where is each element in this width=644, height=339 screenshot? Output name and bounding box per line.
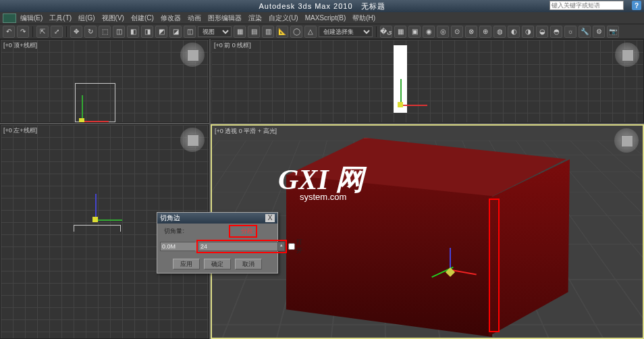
menu-edit[interactable]: 编辑(E)	[18, 14, 45, 23]
chamfer-amount-spinner[interactable]: ▴	[160, 242, 195, 251]
selectionset-select[interactable]: 创建选择集	[319, 26, 373, 37]
close-icon[interactable]: X	[265, 214, 275, 222]
selected-edge-highlight	[489, 199, 500, 332]
select-icon[interactable]: ✥	[70, 26, 82, 38]
tool-icon[interactable]: ⊙	[451, 26, 463, 38]
tool-icon[interactable]: ◒	[536, 26, 548, 38]
menu-anim[interactable]: 动画	[185, 14, 204, 23]
tool-icon[interactable]: ▦	[394, 26, 406, 38]
menu-view[interactable]: 视图(V)	[99, 14, 127, 23]
tool-icon[interactable]: ◑	[522, 26, 534, 38]
tool-icon[interactable]: ⊗	[465, 26, 477, 38]
viewcube-icon[interactable]	[180, 128, 205, 152]
scale-icon[interactable]: ◫	[113, 26, 125, 38]
transform-gizmo[interactable]	[82, 192, 122, 233]
menu-help[interactable]: 帮助(H)	[350, 14, 378, 23]
tool-icon[interactable]: △	[304, 26, 317, 38]
menu-modifier[interactable]: 修改器	[158, 14, 184, 23]
tool-icon[interactable]: 📐	[276, 26, 288, 38]
tool-icon[interactable]: ⚙	[593, 26, 605, 38]
tool-icon[interactable]: ◪	[169, 26, 182, 38]
open-checkbox[interactable]: 打开	[288, 238, 302, 255]
apply-button[interactable]: 应用	[173, 259, 200, 269]
app-icon[interactable]	[3, 14, 16, 23]
viewport-top[interactable]: [+0 顶+线框]	[0, 39, 209, 123]
redo-icon[interactable]: ↷	[17, 26, 29, 38]
viewport-container: [+0 顶+线框] [+0 前 0 线框] [+0 左+线框] [+0 透视 0…	[0, 39, 644, 339]
main-toolbar: ↶ ↷ ⇱ ⤢ ✥ ↻ ⬚ ◫ ◧ ◨ ◩ ◪ ◫ 视图 ▦ ▤ ▥ 📐 ◯ △…	[0, 24, 644, 39]
tool-icon[interactable]: ◉	[423, 26, 435, 38]
unlink-icon[interactable]: ⤢	[51, 26, 63, 38]
viewport-label[interactable]: [+0 顶+线框]	[3, 41, 37, 50]
viewcube-icon[interactable]	[614, 128, 639, 153]
help-icon[interactable]: ?	[632, 1, 641, 10]
segments-input[interactable]	[199, 242, 277, 251]
tool-icon[interactable]: ▣	[408, 26, 421, 38]
menu-create[interactable]: 创建(C)	[128, 14, 157, 23]
transform-gizmo[interactable]	[68, 94, 109, 123]
segments-label: 分段:	[231, 227, 255, 236]
viewcube-icon[interactable]	[615, 43, 639, 67]
dialog-titlebar[interactable]: 切角边 X	[157, 213, 277, 224]
spin-up-icon[interactable]: ▴	[277, 242, 284, 251]
transform-gizmo[interactable]	[387, 78, 427, 118]
menu-group[interactable]: 组(G)	[76, 14, 97, 23]
menu-custom[interactable]: 自定义(U)	[266, 14, 301, 23]
menu-tools[interactable]: 工具(T)	[47, 14, 74, 23]
transform-gizmo[interactable]	[443, 251, 477, 285]
viewcube-icon[interactable]	[180, 43, 205, 67]
viewport-front[interactable]: [+0 前 0 线框]	[211, 39, 644, 123]
open-checkbox-label: 打开	[296, 238, 302, 255]
tool-icon[interactable]: ◨	[141, 26, 153, 38]
menu-script[interactable]: MAXScript(B)	[302, 14, 349, 22]
chamfer-dialog[interactable]: 切角边 X 切角量: 分段: ▴ ▴ 打开	[157, 212, 278, 273]
app-title: Autodesk 3ds Max 2010 无标题	[259, 1, 385, 11]
view-select[interactable]: 视图	[198, 26, 232, 37]
viewport-label[interactable]: [+0 左+线框]	[3, 126, 37, 135]
tool-icon[interactable]: ◫	[184, 26, 196, 38]
link-icon[interactable]: ⇱	[36, 26, 49, 38]
tool-icon[interactable]: ◓	[550, 26, 562, 38]
tool-icon[interactable]: ◩	[155, 26, 167, 38]
tool-icon[interactable]: ▥	[262, 26, 274, 38]
dialog-title-text: 切角边	[160, 213, 180, 223]
tool-icon[interactable]: ◐	[508, 26, 520, 38]
viewport-label[interactable]: [+0 前 0 线框]	[214, 41, 251, 50]
menu-graph[interactable]: 图形编辑器	[205, 14, 244, 23]
segments-spinner[interactable]: ▴	[198, 242, 285, 251]
tool-icon[interactable]: ◯	[290, 26, 302, 38]
search-input[interactable]	[549, 1, 624, 10]
undo-icon[interactable]: ↶	[3, 26, 15, 38]
tool-icon[interactable]: 🔧	[579, 26, 591, 38]
move-icon[interactable]: ↻	[84, 26, 97, 38]
3d-box-object[interactable]	[283, 138, 570, 334]
tool-icon[interactable]: �ی	[380, 26, 392, 38]
tool-icon[interactable]: ▤	[248, 26, 260, 38]
title-bar: Autodesk 3ds Max 2010 无标题 ?	[0, 0, 644, 12]
tool-icon[interactable]: ◍	[493, 26, 506, 38]
rotate-icon[interactable]: ⬚	[99, 26, 111, 38]
tool-icon[interactable]: ▦	[234, 26, 246, 38]
tool-icon[interactable]: ☼	[564, 26, 576, 38]
tool-icon[interactable]: ⊕	[479, 26, 491, 38]
menu-render[interactable]: 渲染	[246, 14, 265, 23]
viewport-label[interactable]: [+0 透视 0 平滑 + 高光]	[215, 127, 277, 136]
tool-icon[interactable]: ◧	[127, 26, 139, 38]
chamfer-amount-label: 切角量:	[160, 227, 184, 236]
tool-icon[interactable]: ◎	[437, 26, 449, 38]
cancel-button[interactable]: 取消	[235, 259, 262, 269]
tool-icon[interactable]: 📷	[607, 26, 619, 38]
ok-button[interactable]: 确定	[204, 259, 231, 269]
menu-bar: 编辑(E) 工具(T) 组(G) 视图(V) 创建(C) 修改器 动画 图形编辑…	[0, 12, 644, 24]
open-checkbox-input[interactable]	[288, 243, 295, 250]
